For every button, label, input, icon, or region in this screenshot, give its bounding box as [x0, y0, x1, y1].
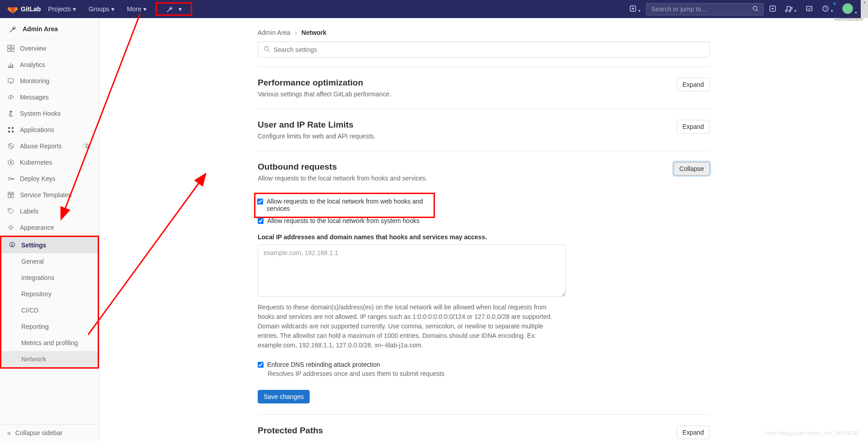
- sidebar-sub-network[interactable]: Network: [1, 351, 98, 367]
- breadcrumb-root[interactable]: Admin Area: [258, 29, 290, 36]
- svg-point-4: [753, 6, 757, 10]
- checkbox-input[interactable]: [258, 218, 264, 224]
- section-title: User and IP Rate Limits: [258, 120, 670, 130]
- sidebar-item-appearance[interactable]: Appearance: [0, 219, 99, 236]
- messages-icon: [7, 94, 14, 101]
- chevron-down-icon: ▾: [73, 5, 76, 13]
- sidebar-title: Admin Area: [0, 18, 99, 40]
- brand-logo[interactable]: GitLab: [7, 4, 41, 14]
- sidebar-item-abuse-reports[interactable]: Abuse Reports0: [0, 138, 99, 154]
- breadcrumb: Admin Area › Network: [258, 24, 710, 42]
- collapse-sidebar[interactable]: « Collapse sidebar: [0, 424, 99, 441]
- todos-icon[interactable]: [802, 1, 816, 17]
- expand-button[interactable]: Expand: [677, 426, 710, 439]
- svg-point-21: [10, 161, 12, 163]
- dns-help-text: Resolves IP addresses once and uses them…: [268, 370, 710, 377]
- sidebar-item-kubernetes[interactable]: Kubernetes: [0, 154, 99, 171]
- svg-rect-10: [8, 45, 10, 48]
- svg-text:?: ?: [825, 6, 827, 11]
- section-desc: Various settings that affect GitLab perf…: [258, 90, 670, 98]
- collapse-button[interactable]: Collapse: [674, 162, 710, 175]
- sidebar-item-monitoring[interactable]: Monitoring: [0, 73, 99, 89]
- merge-requests-icon[interactable]: ▾: [782, 1, 800, 17]
- chevron-down-icon: ▾: [179, 5, 182, 13]
- search-icon: [264, 46, 270, 53]
- issues-icon[interactable]: [765, 1, 780, 17]
- sidebar-sub-repository[interactable]: Repository: [1, 286, 98, 302]
- sidebar-item-labels[interactable]: Labels: [0, 203, 99, 219]
- chevron-down-icon: ▾: [638, 9, 641, 13]
- sidebar-sub-cicd[interactable]: CI/CD: [1, 302, 98, 318]
- checkbox-dns-rebinding[interactable]: Enforce DNS rebinding attack protection: [258, 361, 710, 368]
- breadcrumb-current: Network: [302, 29, 326, 36]
- svg-rect-16: [12, 127, 14, 129]
- sidebar-sub-reporting[interactable]: Reporting: [1, 318, 98, 335]
- save-button[interactable]: Save changes: [258, 390, 310, 403]
- abuse-icon: [7, 142, 14, 150]
- svg-rect-12: [8, 49, 10, 52]
- sidebar-item-deploy-keys[interactable]: Deploy Keys: [0, 171, 99, 187]
- svg-point-6: [772, 8, 774, 9]
- chevron-down-icon: ▾: [855, 10, 857, 15]
- svg-rect-18: [12, 131, 14, 133]
- nav-groups[interactable]: Groups ▾: [83, 2, 120, 16]
- sidebar: Admin Area Overview Analytics Monitoring…: [0, 18, 99, 441]
- navbar: GitLab Projects ▾ Groups ▾ More ▾ ▾ ▾ ▾ …: [0, 0, 868, 18]
- plus-icon[interactable]: ▾: [626, 1, 644, 17]
- sidebar-item-overview[interactable]: Overview: [0, 40, 99, 57]
- appearance-icon: [7, 224, 14, 231]
- svg-point-26: [9, 209, 10, 210]
- section-title: Protected Paths: [258, 426, 670, 436]
- checkbox-allow-webhooks[interactable]: Allow requests to the local network from…: [257, 198, 428, 212]
- watermark: https://blog.csdn.net/wc_vm_34704249: [765, 430, 859, 436]
- svg-rect-11: [11, 45, 14, 48]
- checkbox-input[interactable]: [258, 362, 264, 368]
- checkbox-input[interactable]: [257, 199, 263, 204]
- section-title: Outbound requests: [258, 162, 666, 172]
- global-search-input[interactable]: [651, 5, 750, 13]
- allowlist-label: Local IP addresses and domain names that…: [258, 233, 710, 241]
- labels-icon: [7, 208, 14, 215]
- nav-more[interactable]: More ▾: [122, 2, 152, 16]
- allowlist-textarea[interactable]: [258, 244, 566, 297]
- apps-icon: [7, 126, 14, 133]
- main-content: Admin Area › Network Performance optimiz…: [99, 18, 868, 441]
- sidebar-item-messages[interactable]: Messages: [0, 89, 99, 105]
- help-icon[interactable]: ? ▾: [818, 1, 837, 17]
- global-search[interactable]: [646, 3, 764, 15]
- gear-icon: [9, 242, 16, 249]
- key-icon: [7, 175, 14, 182]
- sidebar-sub-general[interactable]: General: [1, 253, 98, 270]
- sidebar-sub-integrations[interactable]: Integrations: [1, 270, 98, 286]
- nav-projects[interactable]: Projects ▾: [42, 2, 81, 16]
- badge-count: 0: [82, 142, 92, 150]
- section-performance: Performance optimization Various setting…: [258, 66, 710, 109]
- search-settings[interactable]: [258, 42, 710, 57]
- sidebar-item-applications[interactable]: Applications: [0, 122, 99, 138]
- kube-icon: [7, 159, 14, 166]
- checkbox-allow-system-hooks[interactable]: Allow requests to the local network from…: [258, 217, 710, 224]
- expand-button[interactable]: Expand: [677, 78, 710, 91]
- admin-wrench-icon[interactable]: ▾: [166, 5, 182, 13]
- search-settings-input[interactable]: [274, 46, 704, 53]
- sidebar-sub-metrics[interactable]: Metrics and profiling: [1, 335, 98, 351]
- chevron-down-icon: ▾: [831, 9, 833, 13]
- chevron-down-icon: ▾: [143, 5, 146, 13]
- analytics-icon: [7, 61, 14, 68]
- template-icon: [7, 191, 14, 199]
- annotation-box-settings: Settings General Integrations Repository…: [0, 236, 99, 369]
- sidebar-item-analytics[interactable]: Analytics: [0, 57, 99, 73]
- sidebar-item-service-templates[interactable]: Service Templates: [0, 187, 99, 203]
- svg-rect-13: [11, 49, 14, 52]
- svg-rect-24: [8, 194, 10, 198]
- section-title: Performance optimization: [258, 78, 670, 88]
- sidebar-item-system-hooks[interactable]: System Hooks: [0, 105, 99, 122]
- sidebar-item-settings[interactable]: Settings: [1, 237, 98, 253]
- chevron-right-icon: ›: [295, 29, 297, 36]
- svg-rect-15: [8, 127, 10, 129]
- avatar: [842, 3, 853, 14]
- search-icon: [752, 5, 759, 13]
- section-rate-limits: User and IP Rate Limits Configure limits…: [258, 109, 710, 151]
- section-desc: Allow requests to the local network from…: [258, 175, 666, 182]
- expand-button[interactable]: Expand: [677, 120, 710, 133]
